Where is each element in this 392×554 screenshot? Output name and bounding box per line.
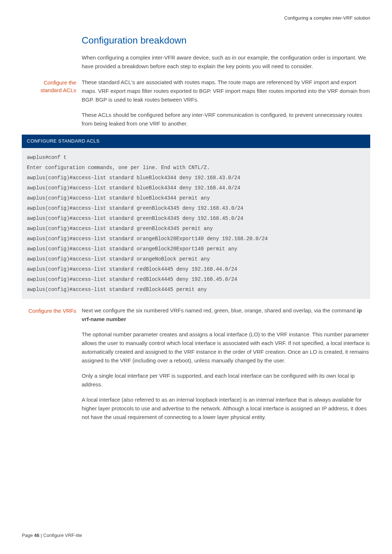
para-vrfs-3: Only a single local interface per VRF is… bbox=[82, 372, 370, 389]
section-title: Configuration breakdown bbox=[82, 33, 370, 48]
para-acls-1: These standard ACL's are associated with… bbox=[82, 78, 370, 104]
para-acls-2: These ACLs should be configured before a… bbox=[82, 111, 370, 128]
para-vrfs-4: A local interface (also referred to as a… bbox=[82, 395, 370, 422]
sidebar-label-vrfs: Configure the VRFs bbox=[22, 306, 76, 315]
code-block-header: CONFIGURE STANDARD ACLS bbox=[22, 135, 370, 148]
code-block-content: awplus#conf t Enter configuration comman… bbox=[22, 148, 370, 299]
para-vrfs-1: Next we configure the six numbered VRFs … bbox=[82, 306, 370, 324]
sidebar-label-acls: Configure the standard ACLs bbox=[22, 78, 76, 94]
para-vrfs-2: The optional number parameter creates an… bbox=[82, 330, 370, 365]
section-intro: When configuring a complex inter-VFR awa… bbox=[82, 53, 370, 71]
para-vrfs-1-prefix: Next we configure the six numbered VRFs … bbox=[82, 307, 357, 313]
page-header-right: Configuring a complex inter-VRF solution bbox=[22, 15, 370, 22]
